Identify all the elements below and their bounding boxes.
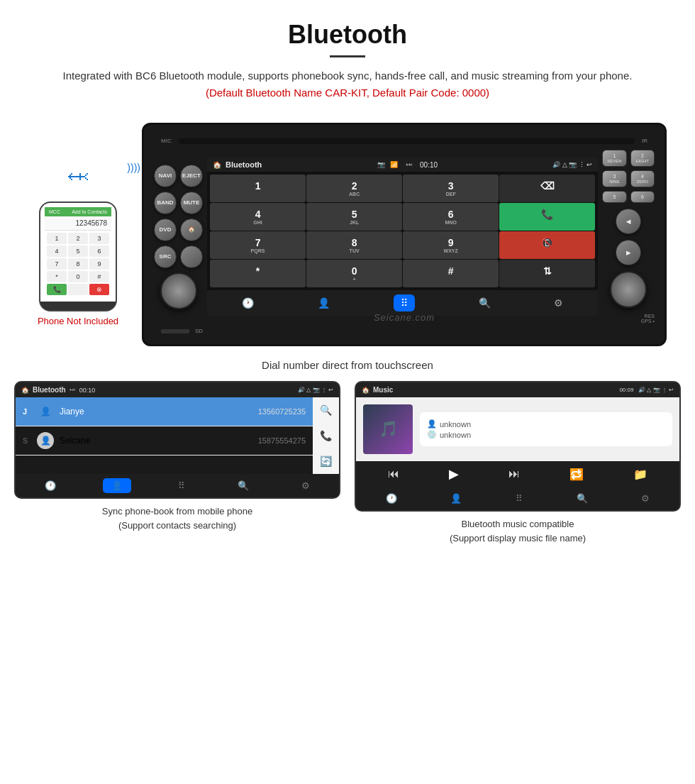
phone-num-display: 12345678 — [45, 216, 111, 231]
contacts-search-icon[interactable]: 🔍 — [316, 400, 336, 420]
phone-key-call[interactable]: 📞 — [47, 284, 67, 295]
phone-key-hash[interactable]: # — [89, 271, 109, 282]
prev-button[interactable]: ⏮ — [388, 468, 399, 480]
car-unit-inner: NAVI EJECT BAND MUTE DVD 🏠 SRC — [154, 150, 655, 324]
bt-status-icon: ⬹ — [406, 161, 413, 169]
music-footer-search[interactable]: 🔍 — [571, 491, 594, 506]
phone-key-end[interactable]: ⊗ — [89, 284, 109, 295]
music-home-icon[interactable]: 🏠 — [362, 387, 369, 394]
dial-key-call[interactable]: 📞 — [499, 203, 595, 231]
contact-phone-jianye: 13560725235 — [258, 407, 306, 416]
apps-icon[interactable]: ⠿ — [394, 294, 415, 311]
dial-key-1[interactable]: 1 — [210, 175, 306, 202]
dial-key-5[interactable]: 5JKL — [306, 203, 402, 231]
dial-key-4[interactable]: 4GHI — [210, 203, 306, 231]
mute-button[interactable]: MUTE — [180, 192, 203, 214]
btn-5[interactable]: 5 — [602, 191, 626, 203]
contacts-call-icon[interactable]: 📞 — [316, 426, 336, 446]
album-name: unknown — [440, 431, 471, 439]
phone-key-6[interactable]: 6 — [89, 245, 109, 257]
contact-item-seicane[interactable]: S 👤 Seicane 15875554275 — [16, 426, 313, 456]
home-icon[interactable]: 🏠 — [213, 161, 221, 169]
phone-key-5[interactable]: 5 — [68, 245, 88, 257]
src-button[interactable]: SRC — [154, 245, 177, 268]
folder-button[interactable]: 📁 — [633, 468, 647, 481]
right-knob[interactable] — [610, 271, 647, 308]
person-icon[interactable]: 👤 — [318, 297, 330, 309]
dial-key-6[interactable]: 6MNO — [403, 203, 499, 231]
music-card: 🏠 Music 00:09 🔊 △ 📷 ⋮ ↩ 🎵 👤 unknown 💿 — [355, 381, 681, 545]
dial-key-end[interactable]: 📵 — [499, 231, 595, 259]
search-icon[interactable]: 🔍 — [479, 297, 491, 309]
dial-key-7[interactable]: 7PQRS — [210, 231, 306, 259]
band-button[interactable]: BAND — [154, 192, 177, 214]
dial-key-backspace[interactable]: ⌫ — [499, 175, 595, 202]
dial-key-2[interactable]: 2ABC — [306, 175, 402, 202]
mic-label: MIC — [161, 138, 172, 144]
left-knob[interactable] — [160, 272, 197, 309]
phone-key-8[interactable]: 8 — [68, 258, 88, 270]
dial-key-hash[interactable]: # — [403, 260, 499, 287]
contacts-refresh-icon[interactable]: 🔄 — [316, 451, 336, 471]
dial-key-star[interactable]: * — [210, 260, 306, 287]
dial-key-8[interactable]: 8TUV — [306, 231, 402, 259]
repeat-button[interactable]: 🔁 — [569, 468, 584, 481]
phone-key-4[interactable]: 4 — [47, 245, 67, 257]
clock-icon[interactable]: 🕐 — [242, 297, 254, 309]
phone-add-contact: Add to Contacts — [72, 209, 107, 214]
phone-key-9[interactable]: 9 — [89, 258, 109, 270]
footer-person-icon[interactable]: 👤 — [103, 478, 131, 493]
btn-2-eight[interactable]: 2EIGHT — [630, 150, 655, 167]
right-btn-top[interactable]: ◀ — [616, 209, 641, 234]
btn-3-nine[interactable]: 3NINE — [602, 170, 626, 187]
bottom-right-caption: Bluetooth music compatible (Support disp… — [450, 517, 586, 545]
phone-key-7[interactable]: 7 — [47, 258, 67, 270]
bs-status-icons: 🔊 △ 📷 ⋮ ↩ — [298, 387, 333, 393]
page-header: Bluetooth Integrated with BC6 Bluetooth … — [0, 0, 695, 109]
phone-mockup: ⬹ )))) MCC Add to Contacts 12345678 1 2 … — [21, 165, 135, 326]
btn-6[interactable]: 6 — [630, 191, 655, 203]
sd-slot — [161, 329, 189, 333]
music-footer-clock[interactable]: 🕐 — [380, 491, 403, 506]
home-button[interactable]: 🏠 — [180, 219, 203, 241]
phone-body: MCC Add to Contacts 12345678 1 2 3 4 5 6… — [39, 201, 117, 311]
phone-key-3[interactable]: 3 — [89, 233, 109, 244]
page-description: Integrated with BC6 Bluetooth module, su… — [43, 67, 652, 101]
car-unit: MIC IR NAVI EJECT BAND MUTE DVD 🏠 — [142, 123, 667, 346]
contact-item-jianye[interactable]: J 👤 Jianye 13560725235 — [16, 397, 313, 426]
dial-key-0[interactable]: 0+ — [306, 260, 402, 287]
dial-key-3[interactable]: 3DEF — [403, 175, 499, 202]
extra-button[interactable] — [180, 245, 203, 268]
time-display: 00:10 — [420, 161, 438, 169]
dial-key-9[interactable]: 9WXYZ — [403, 231, 499, 259]
eject-button[interactable]: EJECT — [180, 165, 203, 187]
settings-icon[interactable]: ⚙ — [554, 297, 563, 309]
btn-4-zero[interactable]: 4ZERO — [630, 170, 655, 187]
right-btn-mid[interactable]: ▶ — [616, 240, 641, 265]
phone-key-1[interactable]: 1 — [47, 233, 67, 244]
footer-clock-icon[interactable]: 🕐 — [39, 478, 62, 493]
footer-settings-icon[interactable]: ⚙ — [296, 478, 316, 493]
music-footer-settings[interactable]: ⚙ — [635, 491, 655, 506]
signal-waves-icon: )))) — [127, 162, 140, 173]
left-controls: NAVI EJECT BAND MUTE DVD 🏠 SRC — [154, 165, 203, 309]
screen-header: 🏠 Bluetooth 📷 📶 ⬹ 00:10 🔊 △ 📷 ⋮ ↩ — [207, 158, 598, 172]
music-info: 👤 unknown 💿 unknown — [420, 412, 672, 446]
next-button[interactable]: ⏭ — [508, 468, 520, 480]
music-footer-person[interactable]: 👤 — [445, 491, 467, 506]
music-time: 00:09 — [619, 387, 633, 393]
play-button[interactable]: ▶ — [449, 466, 459, 482]
phone-key-star[interactable]: * — [47, 271, 67, 282]
navi-button[interactable]: NAVI — [154, 165, 177, 187]
album-art: 🎵 — [363, 404, 413, 454]
app-name: Bluetooth — [226, 160, 262, 169]
phone-key-0[interactable]: 0 — [68, 271, 88, 282]
music-footer-apps[interactable]: ⠿ — [510, 491, 528, 506]
footer-search-icon[interactable]: 🔍 — [232, 478, 255, 493]
btn-1-seven[interactable]: 1SEVEN — [602, 150, 626, 167]
bs-home-icon[interactable]: 🏠 — [21, 387, 29, 394]
footer-apps-icon[interactable]: ⠿ — [172, 478, 191, 493]
dvd-button[interactable]: DVD — [154, 219, 177, 241]
phone-key-2[interactable]: 2 — [68, 233, 88, 244]
dial-key-swap[interactable]: ⇅ — [499, 260, 595, 287]
